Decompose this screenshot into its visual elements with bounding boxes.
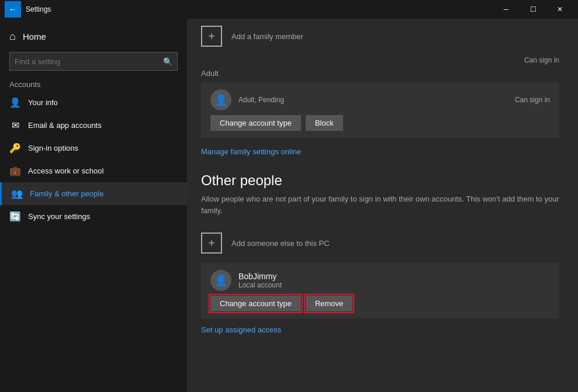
add-family-member-button[interactable]: +: [201, 26, 222, 47]
family-icon: 👥: [11, 188, 23, 199]
content-area: + Add a family member Can sign in Adult …: [187, 19, 573, 392]
sidebar-item-label: Sync your settings: [28, 212, 90, 221]
key-icon: 🔑: [9, 143, 21, 154]
sidebar-item-home[interactable]: ⌂ Home: [0, 23, 187, 50]
search-icon: 🔍: [163, 57, 172, 66]
back-button[interactable]: ←: [5, 1, 21, 18]
sidebar-item-sync[interactable]: 🔄 Sync your settings: [0, 205, 187, 228]
add-other-person-label: Add someone else to this PC: [231, 239, 330, 248]
other-people-desc: Allow people who are not part of your fa…: [187, 193, 573, 226]
add-other-person-button[interactable]: +: [201, 233, 222, 254]
home-icon: ⌂: [9, 30, 16, 43]
bobjimmy-name: BobJimmy: [238, 272, 282, 281]
scrollbar-track: [573, 19, 578, 392]
sidebar-item-email-accounts[interactable]: ✉ Email & app accounts: [0, 114, 187, 137]
sidebar-item-label: Your info: [28, 98, 58, 107]
title-bar: ← Settings ─ ☐ ✕: [0, 0, 578, 19]
bobjimmy-account-card: 👤 BobJimmy Local account Change account …: [201, 263, 559, 318]
add-family-member-row: + Add a family member: [187, 19, 573, 54]
sidebar-section-title: Accounts: [0, 75, 187, 91]
family-card-sub: Adult, Pending: [238, 96, 284, 104]
family-card-text: Adult, Pending: [238, 96, 284, 104]
bobjimmy-card-buttons: Change account type Remove: [210, 296, 550, 311]
sidebar-item-family[interactable]: 👥 Family & other people: [0, 182, 187, 205]
minimize-button[interactable]: ─: [493, 0, 520, 19]
sidebar-item-label: Family & other people: [30, 189, 103, 198]
other-people-heading: Other people: [187, 163, 573, 193]
avatar-icon: 👤: [214, 93, 227, 106]
manage-family-link[interactable]: Manage family settings online: [187, 140, 315, 163]
sidebar: ⌂ Home 🔍 Accounts 👤 Your info ✉ Email & …: [0, 19, 187, 392]
can-sign-in-label-top: Can sign in: [524, 56, 559, 64]
sidebar-item-label: Access work or school: [28, 166, 103, 175]
sidebar-item-work-school[interactable]: 💼 Access work or school: [0, 159, 187, 182]
add-family-member-label: Add a family member: [231, 32, 303, 41]
family-card-top: 👤 Adult, Pending Can sign in: [210, 89, 550, 110]
sidebar-item-label: Email & app accounts: [28, 121, 102, 130]
sync-icon: 🔄: [9, 211, 21, 222]
your-info-icon: 👤: [9, 97, 21, 108]
back-icon: ←: [9, 5, 17, 14]
bobjimmy-card-text: BobJimmy Local account: [238, 272, 282, 289]
family-card-info: 👤 Adult, Pending: [210, 89, 284, 110]
sidebar-home-label: Home: [23, 32, 46, 41]
add-other-person-row: + Add someone else to this PC: [187, 226, 573, 261]
family-account-card: 👤 Adult, Pending Can sign in Change acco…: [201, 82, 559, 138]
bobjimmy-change-account-type-button[interactable]: Change account type: [210, 296, 301, 311]
search-input[interactable]: [15, 57, 163, 66]
family-change-account-type-button[interactable]: Change account type: [210, 115, 301, 131]
family-card-status: Can sign in: [515, 96, 550, 104]
window-title: Settings: [26, 5, 493, 13]
main-layout: ⌂ Home 🔍 Accounts 👤 Your info ✉ Email & …: [0, 19, 578, 392]
work-icon: 💼: [9, 165, 21, 176]
family-card-buttons: Change account type Block: [210, 115, 550, 131]
close-button[interactable]: ✕: [546, 0, 573, 19]
adult-label: Adult: [187, 67, 573, 80]
bobjimmy-card-info: 👤 BobJimmy Local account: [210, 270, 282, 291]
bobjimmy-sub: Local account: [238, 281, 282, 289]
assigned-access-link[interactable]: Set up assigned access: [187, 321, 295, 339]
sidebar-item-sign-in[interactable]: 🔑 Sign-in options: [0, 137, 187, 159]
search-box[interactable]: 🔍: [9, 52, 178, 71]
can-sign-in-row-top: Can sign in: [187, 54, 573, 67]
bobjimmy-remove-button[interactable]: Remove: [306, 296, 352, 311]
bobjimmy-avatar: 👤: [210, 270, 231, 291]
maximize-button[interactable]: ☐: [520, 0, 546, 19]
family-block-button[interactable]: Block: [306, 115, 343, 131]
sidebar-item-label: Sign-in options: [28, 144, 78, 152]
email-icon: ✉: [9, 120, 21, 131]
avatar-icon: 👤: [214, 274, 227, 287]
bobjimmy-card-top: 👤 BobJimmy Local account: [210, 270, 550, 291]
sidebar-item-your-info[interactable]: 👤 Your info: [0, 91, 187, 114]
family-avatar: 👤: [210, 89, 231, 110]
window-controls: ─ ☐ ✕: [493, 0, 573, 19]
